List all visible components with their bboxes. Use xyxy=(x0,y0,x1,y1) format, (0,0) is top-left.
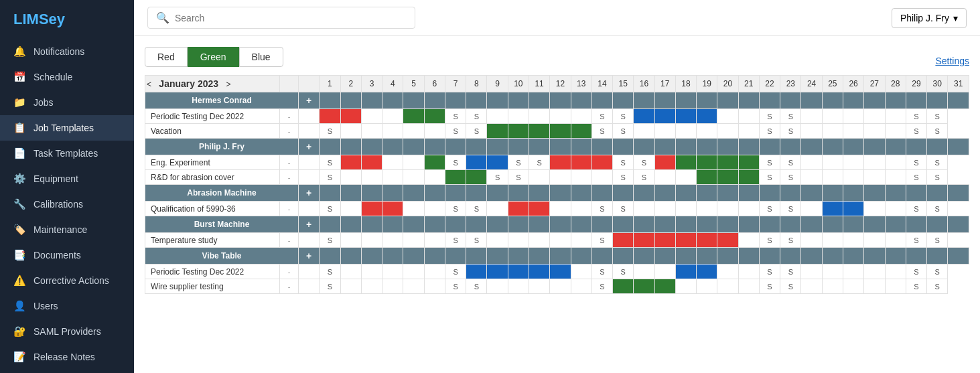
day-cell-15: S xyxy=(591,202,612,216)
day-cell-7[interactable] xyxy=(424,155,445,170)
day-cell-10[interactable] xyxy=(487,265,508,279)
day-cell-14[interactable] xyxy=(571,124,591,139)
settings-link[interactable]: Settings xyxy=(935,56,969,66)
group-add-hermes-conrad[interactable]: + xyxy=(299,92,320,109)
day-cell-12[interactable] xyxy=(529,202,549,216)
job-action-cell[interactable]: - xyxy=(280,124,299,139)
day-cell-3[interactable] xyxy=(340,109,361,124)
day-cell-3[interactable] xyxy=(340,155,361,170)
group-add-abrasion-machine[interactable]: + xyxy=(299,185,320,202)
sidebar-item-equipment[interactable]: ⚙️Equipment xyxy=(0,166,134,192)
sidebar-item-schedule[interactable]: 📅Schedule xyxy=(0,64,134,90)
day-cell-11[interactable] xyxy=(508,265,529,279)
day-cell-24: S xyxy=(780,233,801,248)
prev-nav[interactable]: < January 2023 > xyxy=(145,76,280,92)
day-cell-18[interactable] xyxy=(654,155,675,170)
day-cell-20[interactable] xyxy=(697,155,717,170)
day-cell-10[interactable] xyxy=(487,124,508,139)
day-cell-28 xyxy=(864,124,885,139)
job-action-cell[interactable]: - xyxy=(280,279,299,294)
day-cell-20[interactable] xyxy=(697,170,717,185)
day-cell-10[interactable] xyxy=(487,155,508,170)
day-cell-15[interactable] xyxy=(591,155,612,170)
search-input[interactable] xyxy=(175,13,407,23)
group-add-philip-j.-fry[interactable]: + xyxy=(299,139,320,155)
day-cell-20[interactable] xyxy=(697,109,717,124)
day-cell-22[interactable] xyxy=(738,170,759,185)
sidebar-item-job-templates[interactable]: 📋Job Templates xyxy=(0,115,134,141)
user-menu-button[interactable]: Philip J. Fry ▾ xyxy=(892,8,967,28)
day-cell-8[interactable] xyxy=(445,170,466,185)
job-action-cell[interactable]: - xyxy=(280,202,299,216)
day-cell-3 xyxy=(340,170,361,185)
day-cell-13[interactable] xyxy=(550,124,571,139)
day-cell-7[interactable] xyxy=(424,109,445,124)
prev-month-btn[interactable]: < xyxy=(147,80,151,89)
day-cell-22[interactable] xyxy=(738,155,759,170)
job-action-cell[interactable]: - xyxy=(280,233,299,248)
day-cell-11[interactable] xyxy=(508,202,529,216)
sidebar-item-jobs[interactable]: 📁Jobs xyxy=(0,90,134,115)
day-cell-21[interactable] xyxy=(717,233,738,248)
day-cell-11[interactable] xyxy=(508,124,529,139)
job-action-cell[interactable]: - xyxy=(280,170,299,185)
color-tab-red[interactable]: Red xyxy=(145,47,188,67)
day-cell-18[interactable] xyxy=(654,233,675,248)
day-cell-20[interactable] xyxy=(697,265,717,279)
color-tab-green[interactable]: Green xyxy=(188,47,239,67)
sidebar-item-maintenance[interactable]: 🏷️Maintenance xyxy=(0,217,134,242)
group-add-vibe-table[interactable]: + xyxy=(299,248,320,265)
sidebar-item-release-notes[interactable]: 📝Release Notes xyxy=(0,344,134,370)
sidebar-item-task-templates[interactable]: 📄Task Templates xyxy=(0,141,134,166)
day-cell-26 xyxy=(822,170,843,185)
color-tab-blue[interactable]: Blue xyxy=(239,47,283,67)
sidebar-item-corrective-actions[interactable]: ⚠️Corrective Actions xyxy=(0,268,134,293)
sidebar-item-saml-providers[interactable]: 🔐SAML Providers xyxy=(0,319,134,344)
sidebar-item-calibrations[interactable]: 🔧Calibrations xyxy=(0,192,134,217)
day-cell-31: S xyxy=(927,233,948,248)
day-cell-16[interactable] xyxy=(613,233,634,248)
sidebar-item-notifications[interactable]: 🔔Notifications xyxy=(0,39,134,64)
day-cell-17[interactable] xyxy=(634,279,654,294)
search-bar[interactable]: 🔍 xyxy=(147,7,415,29)
day-cell-26[interactable] xyxy=(822,202,843,216)
next-month-btn[interactable]: > xyxy=(226,80,230,89)
job-action-cell[interactable]: - xyxy=(280,109,299,124)
day-cell-21[interactable] xyxy=(717,170,738,185)
job-action-cell[interactable]: - xyxy=(280,265,299,279)
sidebar-item-documents[interactable]: 📑Documents xyxy=(0,242,134,268)
day-cell-20[interactable] xyxy=(697,233,717,248)
day-cell-9: S xyxy=(466,233,487,248)
day-cell-18[interactable] xyxy=(654,279,675,294)
group-add-burst-machine[interactable]: + xyxy=(299,216,320,233)
day-cell-6[interactable] xyxy=(403,109,424,124)
day-cell-19[interactable] xyxy=(675,233,696,248)
day-cell-16[interactable] xyxy=(613,279,634,294)
job-action-cell[interactable]: - xyxy=(280,155,299,170)
sidebar-label-users: Users xyxy=(33,301,58,311)
day-cell-18[interactable] xyxy=(654,109,675,124)
day-cell-5 xyxy=(382,109,403,124)
day-cell-19[interactable] xyxy=(675,109,696,124)
sidebar-item-users[interactable]: 👤Users xyxy=(0,293,134,319)
day-cell-17[interactable] xyxy=(634,233,654,248)
day-cell-8: S xyxy=(445,155,466,170)
day-cell-13[interactable] xyxy=(550,155,571,170)
day-cell-12[interactable] xyxy=(529,124,549,139)
day-cell-9[interactable] xyxy=(466,155,487,170)
day-cell-14[interactable] xyxy=(571,155,591,170)
day-cell-9[interactable] xyxy=(466,265,487,279)
day-cell-2[interactable] xyxy=(320,109,340,124)
day-cell-13[interactable] xyxy=(550,265,571,279)
day-cell-21[interactable] xyxy=(717,155,738,170)
day-cell-12[interactable] xyxy=(529,265,549,279)
day-cell-4[interactable] xyxy=(361,202,382,216)
day-cell-19[interactable] xyxy=(675,265,696,279)
day-cell-5[interactable] xyxy=(382,202,403,216)
day-cell-4[interactable] xyxy=(361,155,382,170)
day-cell-9[interactable] xyxy=(466,170,487,185)
day-cell-27[interactable] xyxy=(843,202,863,216)
day-cell-17[interactable] xyxy=(634,109,654,124)
day-cell-19 xyxy=(675,279,696,294)
day-cell-19[interactable] xyxy=(675,155,696,170)
